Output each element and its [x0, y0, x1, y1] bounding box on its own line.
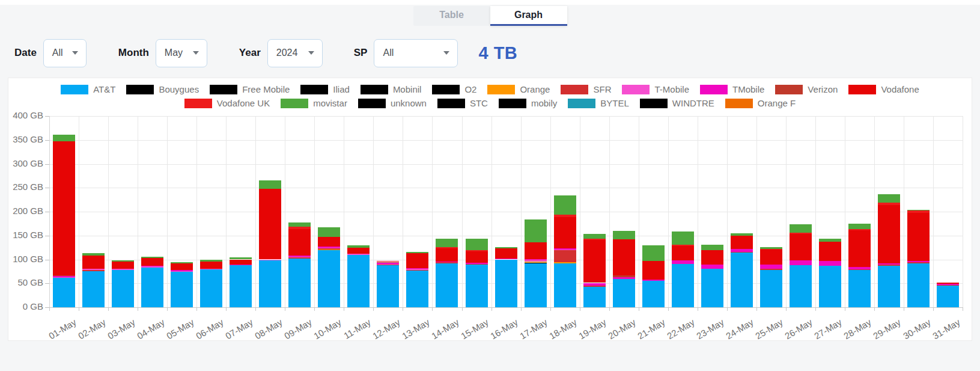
- bar-segment[interactable]: [288, 257, 311, 258]
- bar-segment[interactable]: [672, 246, 694, 260]
- bar-segment[interactable]: [171, 272, 193, 307]
- bar-segment[interactable]: [377, 263, 399, 264]
- legend-item[interactable]: Bouygues: [126, 84, 199, 94]
- bar-segment[interactable]: [318, 248, 340, 250]
- bar-segment[interactable]: [790, 233, 812, 234]
- bar-segment[interactable]: [878, 263, 900, 265]
- bar-segment[interactable]: [613, 231, 635, 239]
- bar-segment[interactable]: [347, 245, 370, 248]
- bar-segment[interactable]: [436, 239, 458, 247]
- bar-segment[interactable]: [53, 278, 75, 307]
- bar-segment[interactable]: [760, 265, 782, 269]
- bar-segment[interactable]: [672, 231, 694, 245]
- bar-segment[interactable]: [347, 248, 370, 254]
- bar-segment[interactable]: [466, 250, 488, 251]
- bar-segment[interactable]: [377, 262, 399, 263]
- bar-segment[interactable]: [112, 269, 134, 270]
- tab-table[interactable]: Table: [413, 6, 490, 26]
- legend-item[interactable]: Free Mobile: [210, 84, 290, 94]
- bar-segment[interactable]: [554, 217, 576, 249]
- legend-item[interactable]: Vodafone: [848, 84, 919, 94]
- bar-segment[interactable]: [141, 258, 163, 266]
- bar-segment[interactable]: [436, 262, 458, 263]
- bar-segment[interactable]: [731, 233, 753, 236]
- bar-segment[interactable]: [141, 266, 163, 268]
- bar-segment[interactable]: [554, 215, 576, 217]
- bar-segment[interactable]: [554, 250, 576, 262]
- bar-segment[interactable]: [259, 260, 281, 307]
- bar-segment[interactable]: [907, 262, 930, 263]
- bar-segment[interactable]: [377, 264, 399, 265]
- bar-segment[interactable]: [701, 245, 723, 250]
- bar-segment[interactable]: [288, 229, 311, 256]
- date-select[interactable]: All: [43, 39, 87, 67]
- bar-segment[interactable]: [406, 252, 428, 253]
- bar-segment[interactable]: [436, 247, 458, 248]
- bar-segment[interactable]: [347, 255, 370, 308]
- bar-segment[interactable]: [790, 224, 812, 233]
- bar-segment[interactable]: [554, 262, 576, 263]
- bar-segment[interactable]: [642, 280, 665, 281]
- bar-segment[interactable]: [672, 245, 694, 246]
- bar-segment[interactable]: [878, 205, 900, 263]
- bar-segment[interactable]: [436, 248, 458, 262]
- bar-segment[interactable]: [672, 264, 694, 307]
- bar-segment[interactable]: [937, 285, 959, 286]
- bar-segment[interactable]: [819, 239, 841, 242]
- bar-segment[interactable]: [525, 260, 547, 261]
- bar-segment[interactable]: [525, 263, 547, 307]
- bar-segment[interactable]: [347, 254, 370, 255]
- bar-segment[interactable]: [495, 248, 517, 259]
- tab-graph[interactable]: Graph: [490, 6, 567, 26]
- bar-segment[interactable]: [525, 262, 547, 263]
- legend-item[interactable]: T-Mobile: [622, 84, 689, 94]
- bar-segment[interactable]: [377, 265, 399, 307]
- legend-item[interactable]: TMobile: [700, 84, 764, 94]
- bar-segment[interactable]: [760, 269, 782, 269]
- bar-segment[interactable]: [288, 222, 311, 227]
- bar-segment[interactable]: [790, 234, 812, 260]
- bar-segment[interactable]: [318, 237, 340, 247]
- bar-segment[interactable]: [466, 264, 488, 307]
- bar-segment[interactable]: [525, 261, 547, 262]
- bar-segment[interactable]: [82, 270, 105, 271]
- bar-segment[interactable]: [466, 239, 488, 250]
- bar-segment[interactable]: [731, 253, 753, 307]
- bar-segment[interactable]: [466, 264, 488, 265]
- bar-segment[interactable]: [288, 257, 311, 259]
- legend-item[interactable]: Vodafone UK: [184, 98, 270, 108]
- bar-segment[interactable]: [613, 275, 635, 277]
- bar-segment[interactable]: [259, 260, 281, 261]
- month-select[interactable]: May: [156, 39, 207, 67]
- bar-segment[interactable]: [907, 263, 930, 307]
- bar-segment[interactable]: [141, 257, 163, 258]
- legend-item[interactable]: O2: [432, 84, 476, 94]
- bar-segment[interactable]: [672, 260, 694, 264]
- legend-item[interactable]: mobily: [499, 98, 557, 108]
- bar-segment[interactable]: [82, 253, 105, 256]
- bar-segment[interactable]: [731, 236, 753, 249]
- bar-segment[interactable]: [377, 261, 399, 262]
- bar-segment[interactable]: [701, 269, 723, 307]
- bar-segment[interactable]: [318, 247, 340, 248]
- bar-segment[interactable]: [848, 267, 871, 269]
- legend-item[interactable]: Iliad: [300, 84, 350, 94]
- bar-segment[interactable]: [406, 253, 428, 268]
- bar-segment[interactable]: [230, 257, 252, 259]
- bar-segment[interactable]: [53, 275, 75, 277]
- bar-segment[interactable]: [613, 277, 635, 279]
- bar-segment[interactable]: [406, 269, 428, 270]
- bar-segment[interactable]: [112, 260, 134, 262]
- bar-segment[interactable]: [200, 269, 222, 270]
- bar-segment[interactable]: [731, 249, 753, 252]
- bar-segment[interactable]: [82, 271, 105, 307]
- bar-segment[interactable]: [525, 242, 547, 259]
- bar-segment[interactable]: [907, 210, 930, 211]
- legend-item[interactable]: unknown: [358, 98, 427, 108]
- bar-segment[interactable]: [878, 194, 900, 203]
- bar-segment[interactable]: [790, 260, 812, 265]
- bar-segment[interactable]: [495, 259, 517, 260]
- bar-segment[interactable]: [907, 213, 930, 261]
- bar-segment[interactable]: [554, 248, 576, 250]
- bar-segment[interactable]: [878, 265, 900, 266]
